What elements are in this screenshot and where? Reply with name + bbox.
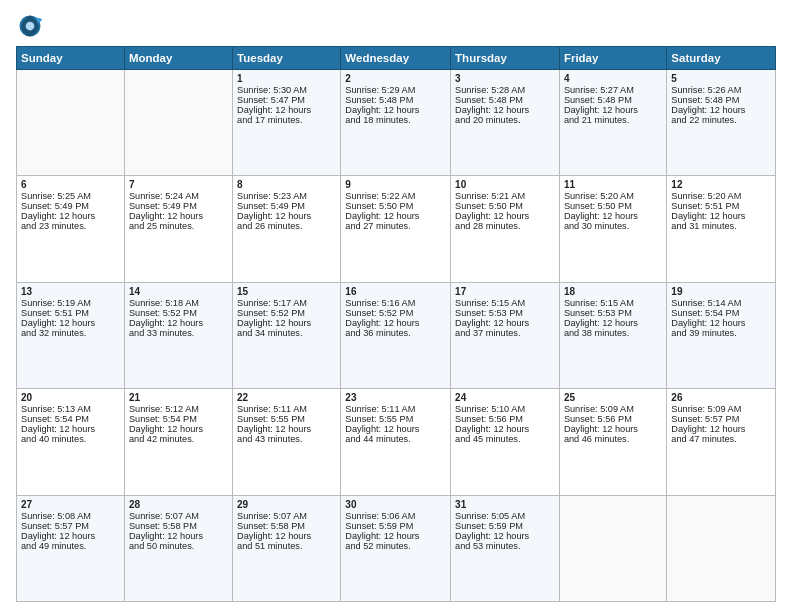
day-number: 2 [345, 73, 446, 84]
day-info: Daylight: 12 hours [129, 424, 228, 434]
day-info: Sunrise: 5:11 AM [237, 404, 336, 414]
calendar-cell [559, 495, 666, 601]
day-info: and 22 minutes. [671, 115, 771, 125]
day-info: Sunrise: 5:24 AM [129, 191, 228, 201]
day-info: Daylight: 12 hours [671, 318, 771, 328]
day-info: and 32 minutes. [21, 328, 120, 338]
day-info: Sunset: 5:52 PM [237, 308, 336, 318]
day-info: and 50 minutes. [129, 541, 228, 551]
svg-point-2 [26, 22, 35, 31]
day-info: and 18 minutes. [345, 115, 446, 125]
calendar-cell: 10Sunrise: 5:21 AMSunset: 5:50 PMDayligh… [451, 176, 560, 282]
day-number: 1 [237, 73, 336, 84]
day-number: 17 [455, 286, 555, 297]
day-info: Sunset: 5:47 PM [237, 95, 336, 105]
week-row-4: 20Sunrise: 5:13 AMSunset: 5:54 PMDayligh… [17, 389, 776, 495]
calendar-cell: 16Sunrise: 5:16 AMSunset: 5:52 PMDayligh… [341, 282, 451, 388]
day-info: Sunset: 5:52 PM [345, 308, 446, 318]
day-info: Daylight: 12 hours [345, 424, 446, 434]
day-info: Daylight: 12 hours [21, 211, 120, 221]
day-header-thursday: Thursday [451, 47, 560, 70]
day-info: and 42 minutes. [129, 434, 228, 444]
day-info: and 39 minutes. [671, 328, 771, 338]
day-info: Daylight: 12 hours [345, 318, 446, 328]
day-info: and 38 minutes. [564, 328, 662, 338]
day-info: Sunset: 5:48 PM [564, 95, 662, 105]
day-info: Daylight: 12 hours [671, 424, 771, 434]
day-info: and 47 minutes. [671, 434, 771, 444]
day-info: Sunset: 5:51 PM [671, 201, 771, 211]
calendar-table: SundayMondayTuesdayWednesdayThursdayFrid… [16, 46, 776, 602]
day-header-wednesday: Wednesday [341, 47, 451, 70]
day-number: 7 [129, 179, 228, 190]
day-info: Sunset: 5:49 PM [21, 201, 120, 211]
week-row-5: 27Sunrise: 5:08 AMSunset: 5:57 PMDayligh… [17, 495, 776, 601]
day-info: and 36 minutes. [345, 328, 446, 338]
page: SundayMondayTuesdayWednesdayThursdayFrid… [0, 0, 792, 612]
day-info: and 23 minutes. [21, 221, 120, 231]
week-row-2: 6Sunrise: 5:25 AMSunset: 5:49 PMDaylight… [17, 176, 776, 282]
day-info: Sunset: 5:50 PM [455, 201, 555, 211]
calendar-cell: 2Sunrise: 5:29 AMSunset: 5:48 PMDaylight… [341, 70, 451, 176]
calendar-cell: 11Sunrise: 5:20 AMSunset: 5:50 PMDayligh… [559, 176, 666, 282]
day-info: Sunset: 5:57 PM [671, 414, 771, 424]
day-info: Sunset: 5:55 PM [237, 414, 336, 424]
calendar-cell: 6Sunrise: 5:25 AMSunset: 5:49 PMDaylight… [17, 176, 125, 282]
day-info: Sunset: 5:59 PM [455, 521, 555, 531]
day-info: and 53 minutes. [455, 541, 555, 551]
day-info: Sunset: 5:56 PM [564, 414, 662, 424]
day-info: Sunset: 5:49 PM [129, 201, 228, 211]
day-info: Sunrise: 5:12 AM [129, 404, 228, 414]
day-info: Sunrise: 5:11 AM [345, 404, 446, 414]
day-number: 30 [345, 499, 446, 510]
day-info: and 40 minutes. [21, 434, 120, 444]
day-number: 24 [455, 392, 555, 403]
day-number: 8 [237, 179, 336, 190]
day-info: Sunrise: 5:29 AM [345, 85, 446, 95]
calendar-cell: 25Sunrise: 5:09 AMSunset: 5:56 PMDayligh… [559, 389, 666, 495]
calendar-cell: 27Sunrise: 5:08 AMSunset: 5:57 PMDayligh… [17, 495, 125, 601]
day-number: 16 [345, 286, 446, 297]
day-number: 10 [455, 179, 555, 190]
day-number: 25 [564, 392, 662, 403]
day-info: Sunrise: 5:23 AM [237, 191, 336, 201]
day-info: Sunrise: 5:13 AM [21, 404, 120, 414]
day-number: 14 [129, 286, 228, 297]
day-info: Sunrise: 5:07 AM [237, 511, 336, 521]
day-info: and 37 minutes. [455, 328, 555, 338]
day-info: Daylight: 12 hours [21, 424, 120, 434]
day-info: Sunrise: 5:09 AM [564, 404, 662, 414]
calendar-cell: 1Sunrise: 5:30 AMSunset: 5:47 PMDaylight… [233, 70, 341, 176]
day-info: Sunrise: 5:15 AM [455, 298, 555, 308]
day-info: and 28 minutes. [455, 221, 555, 231]
day-number: 29 [237, 499, 336, 510]
calendar-cell: 28Sunrise: 5:07 AMSunset: 5:58 PMDayligh… [124, 495, 232, 601]
day-info: and 45 minutes. [455, 434, 555, 444]
day-number: 19 [671, 286, 771, 297]
day-info: and 49 minutes. [21, 541, 120, 551]
logo-icon [16, 12, 44, 40]
day-info: Sunrise: 5:19 AM [21, 298, 120, 308]
calendar-cell: 22Sunrise: 5:11 AMSunset: 5:55 PMDayligh… [233, 389, 341, 495]
day-info: Sunset: 5:58 PM [237, 521, 336, 531]
calendar-cell: 14Sunrise: 5:18 AMSunset: 5:52 PMDayligh… [124, 282, 232, 388]
day-info: Sunrise: 5:20 AM [564, 191, 662, 201]
day-info: and 21 minutes. [564, 115, 662, 125]
day-info: Daylight: 12 hours [455, 424, 555, 434]
calendar-cell [667, 495, 776, 601]
day-header-tuesday: Tuesday [233, 47, 341, 70]
day-info: Daylight: 12 hours [345, 211, 446, 221]
day-number: 31 [455, 499, 555, 510]
day-info: Sunrise: 5:10 AM [455, 404, 555, 414]
day-info: and 33 minutes. [129, 328, 228, 338]
day-info: Sunset: 5:54 PM [21, 414, 120, 424]
day-info: Daylight: 12 hours [21, 318, 120, 328]
day-info: Sunrise: 5:14 AM [671, 298, 771, 308]
calendar-cell: 8Sunrise: 5:23 AMSunset: 5:49 PMDaylight… [233, 176, 341, 282]
day-info: Sunset: 5:54 PM [671, 308, 771, 318]
day-info: and 52 minutes. [345, 541, 446, 551]
day-info: Daylight: 12 hours [564, 318, 662, 328]
day-info: Sunset: 5:53 PM [455, 308, 555, 318]
day-info: and 43 minutes. [237, 434, 336, 444]
day-info: Sunset: 5:50 PM [345, 201, 446, 211]
